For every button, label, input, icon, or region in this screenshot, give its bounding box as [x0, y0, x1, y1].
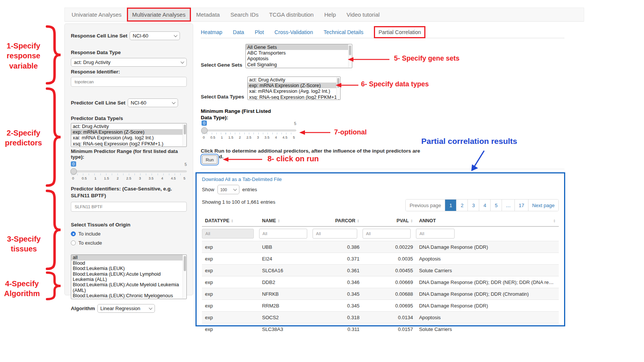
tab-plot[interactable]: Plot: [255, 29, 264, 35]
min-predictor-range-label: Minimum Predictor Range (for first liste…: [71, 148, 187, 160]
predictor-cell-line-set-select[interactable]: NCI-60: [128, 98, 178, 107]
option-blood-leukemia-leuk-chronic-myelogenous-leukemia-cml[interactable]: Blood:Leukemia (LEUK):Chronic Myelogenou…: [71, 293, 183, 299]
nav-item-help[interactable]: Help: [319, 8, 341, 21]
filter-input-parcor[interactable]: [313, 229, 357, 239]
option-exp-mrna-expression-z-score[interactable]: exp: mRNA Expression (Z-Score): [248, 83, 336, 88]
slider-tick-label: 2: [114, 176, 122, 180]
column-header-pval[interactable]: PVAL▲▼: [363, 215, 416, 226]
tab-cross-validation[interactable]: Cross-Validation: [275, 29, 313, 35]
option-act-drug-activity[interactable]: act: Drug Activity: [71, 123, 183, 129]
option-cell-signaling[interactable]: Cell Signaling: [246, 62, 348, 67]
column-header-name[interactable]: NAME▲▼: [259, 215, 313, 226]
tab-heatmap[interactable]: Heatmap: [201, 29, 222, 35]
run-button[interactable]: Run: [202, 155, 217, 164]
page-button-17[interactable]: 17: [514, 200, 528, 211]
slider-tick-label: 3.5: [147, 176, 155, 180]
response-identifier-input[interactable]: [71, 77, 187, 87]
predictor-range-slider[interactable]: 0 5 00.511.522.533.544.55: [71, 161, 187, 183]
gene-sets-listbox[interactable]: All Gene SetsABC TransportersApoptosisCe…: [245, 44, 352, 68]
min-range-slider[interactable]: 0 5 00.511.522.533.544.55: [202, 120, 296, 142]
sort-icon[interactable]: ▲▼: [278, 219, 280, 223]
cell-parcor: 0.361: [313, 265, 363, 276]
nav-item-univariate-analyses[interactable]: Univariate Analyses: [66, 8, 127, 21]
scrollbar[interactable]: [183, 124, 186, 146]
data-types-listbox[interactable]: act: Drug Activityexp: mRNA Expression (…: [247, 76, 341, 100]
option-xai-mrna-expression-avg-log2-int[interactable]: xai: mRNA Expression (Avg. log2 Int.): [71, 135, 183, 140]
page-button-4[interactable]: 4: [479, 200, 490, 211]
tissues-listbox[interactable]: allBloodBlood:Leukemia (LEUK)Blood:Leuke…: [71, 254, 187, 299]
algorithm-value: Linear Regression: [100, 306, 141, 311]
column-header-datatype[interactable]: DATATYPE▲▼: [202, 215, 259, 226]
sort-icon[interactable]: ▲▼: [410, 219, 413, 223]
slider-value-badge: 0: [71, 161, 76, 167]
nav-item-metadata[interactable]: Metadata: [191, 8, 225, 21]
option-xsq-rna-seq-expression-log2-fpkm-1[interactable]: xsq: RNA-seq Expression (log2 FPKM+1.): [248, 94, 336, 100]
download-link[interactable]: Download All as a Tab-Delimited File: [202, 176, 559, 182]
scrollbar[interactable]: [183, 255, 186, 298]
tissue-include-option[interactable]: To include: [71, 231, 187, 237]
scrollbar[interactable]: [336, 77, 340, 99]
slider-tick-label: 5: [181, 176, 188, 180]
filter-input-pval[interactable]: [363, 229, 411, 239]
option-xsq-rna-seq-expression-log2-fpkm-1[interactable]: xsq: RNA-seq Expression (log2 FPKM+1.): [71, 141, 183, 147]
algorithm-select[interactable]: Linear Regression: [97, 304, 155, 313]
predictor-identifiers-input[interactable]: [71, 202, 187, 212]
nav-item-tcga-distribution[interactable]: TCGA distribution: [264, 8, 319, 21]
tab-data[interactable]: Data: [233, 29, 244, 35]
sort-icon[interactable]: ▲▼: [357, 219, 360, 223]
table-row[interactable]: expSOCS20.3180.0134Apoptosis: [202, 312, 559, 323]
page-button-next-page[interactable]: Next page: [528, 200, 558, 211]
table-row[interactable]: expSLC6A160.3610.00455Solute Carriers: [202, 265, 559, 276]
option-xai-mrna-expression-avg-log2-int[interactable]: xai: mRNA Expression (Avg. log2 Int.): [248, 88, 336, 94]
predictor-data-types-listbox[interactable]: act: Drug Activityexp: mRNA Expression (…: [71, 123, 187, 147]
filter-input-datatype[interactable]: [202, 229, 254, 239]
tab-technical-details[interactable]: Technical Details: [324, 29, 363, 35]
annotation-step7: 7-optional: [334, 128, 367, 137]
option-apoptosis[interactable]: Apoptosis: [246, 56, 348, 61]
page-button-[interactable]: …: [502, 200, 514, 211]
radio-selected-icon[interactable]: [71, 231, 76, 236]
nav-item-video-tutorial[interactable]: Video tutorial: [341, 8, 385, 21]
option-abc-transporters[interactable]: ABC Transporters: [246, 50, 348, 56]
page-button-previous-page[interactable]: Previous page: [406, 200, 445, 211]
sort-icon[interactable]: ▲▼: [231, 219, 234, 223]
slider-tick-label: 3: [136, 176, 144, 180]
table-row[interactable]: expDDB20.3460.00669DNA Damage Response (…: [202, 276, 559, 288]
option-blood-leukemia-leuk-acute-myeloid-leukemia-aml[interactable]: Blood:Leukemia (LEUK):Acute Myeloid Leuk…: [71, 282, 183, 293]
table-row[interactable]: expRRM2B0.3450.00695DNA Damage Response …: [202, 300, 559, 312]
filter-input-annot[interactable]: [416, 229, 455, 239]
tab-partial-correlation[interactable]: Partial Correlation: [374, 26, 425, 38]
table-row[interactable]: expSLC38A30.3110.0157Solute Carriers: [202, 323, 559, 335]
page-button-5[interactable]: 5: [490, 200, 502, 211]
response-identifier-label: Response Identifier:: [71, 69, 187, 75]
option-blood-leukemia-leuk-acute-lymphoid-leukemia-all[interactable]: Blood:Leukemia (LEUK):Acute Lymphoid Leu…: [71, 272, 183, 282]
slider-max-label: 5: [184, 162, 187, 167]
page-button-1[interactable]: 1: [445, 200, 456, 211]
option-exp-mrna-expression-z-score[interactable]: exp: mRNA Expression (Z-Score): [71, 129, 183, 135]
column-header-parcor[interactable]: PARCOR▲▼: [313, 215, 363, 226]
sort-icon[interactable]: ▲▼: [553, 219, 556, 223]
table-row[interactable]: expEI240.3710.0035Apoptosis: [202, 253, 559, 265]
option-act-drug-activity[interactable]: act: Drug Activity: [248, 77, 336, 83]
option-all[interactable]: all: [71, 255, 183, 260]
scrollbar[interactable]: [348, 45, 352, 67]
filter-input-name[interactable]: [259, 229, 307, 239]
cell-pval: 0.00669: [363, 276, 416, 288]
nav-item-search-ids[interactable]: Search IDs: [225, 8, 264, 21]
nav-item-multivariate-analyses[interactable]: Multivariate Analyses: [127, 8, 191, 22]
page-button-3[interactable]: 3: [467, 200, 479, 211]
page-button-2[interactable]: 2: [456, 200, 467, 211]
response-cell-line-set-select[interactable]: NCI-60: [130, 31, 180, 40]
radio-unselected-icon[interactable]: [71, 240, 76, 245]
tissue-exclude-option[interactable]: To exclude: [71, 240, 187, 246]
response-data-type-select[interactable]: act: Drug Activity: [71, 58, 187, 67]
slider-track[interactable]: [202, 130, 296, 131]
table-row[interactable]: expNFRKB0.3450.00688DNA Damage Response …: [202, 288, 559, 300]
page-size-select[interactable]: 100: [217, 185, 239, 194]
column-header-annot[interactable]: ANNOT▲▼: [416, 215, 559, 226]
table-row[interactable]: expUBB0.3860.00229DNA Damage Response (D…: [202, 241, 559, 253]
option-blood[interactable]: Blood: [71, 261, 183, 266]
slider-track[interactable]: [71, 170, 187, 172]
option-all-gene-sets[interactable]: All Gene Sets: [246, 44, 348, 50]
option-blood-leukemia-leuk[interactable]: Blood:Leukemia (LEUK): [71, 266, 183, 271]
